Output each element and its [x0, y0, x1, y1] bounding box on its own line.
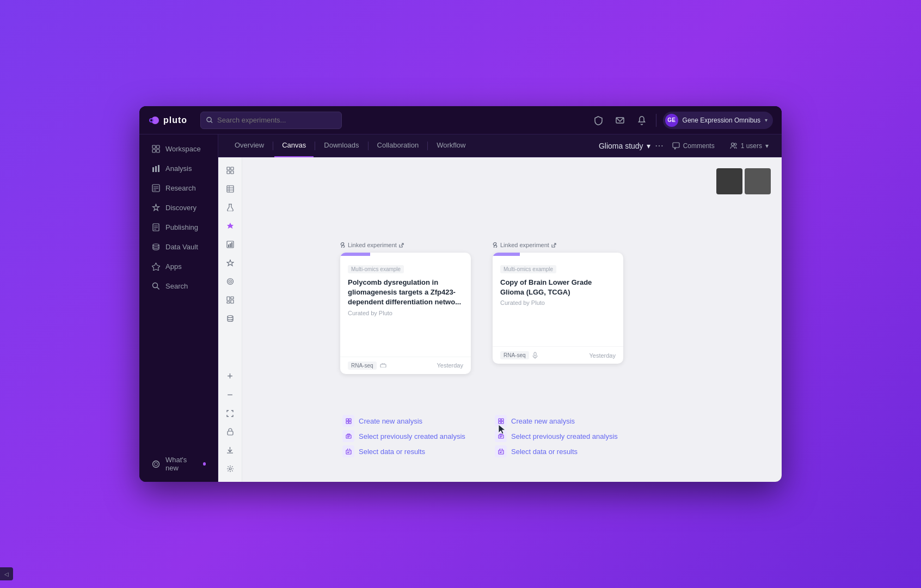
sidebar-item-apps[interactable]: Apps	[143, 257, 214, 275]
search-icon	[206, 117, 213, 124]
sidebar-item-label-publishing: Publishing	[165, 223, 198, 231]
rna-badge-2: RNA-seq	[500, 351, 529, 359]
external-link-icon-1	[399, 243, 404, 248]
sidebar-item-label-apps: Apps	[165, 262, 182, 271]
card-tag-2: Multi-omics example	[500, 265, 556, 273]
external-link-icon-2	[551, 243, 556, 248]
tabs-bar: Overview Canvas Downloads Collaboration …	[218, 134, 782, 157]
tool-database[interactable]	[222, 310, 239, 327]
tab-downloads[interactable]: Downloads	[316, 134, 366, 157]
svg-rect-45	[227, 297, 230, 301]
workspace-icon	[151, 144, 160, 153]
search-input[interactable]	[217, 116, 336, 124]
svg-rect-53	[534, 352, 536, 356]
analysis-icon	[151, 164, 160, 173]
comments-button[interactable]: Comments	[668, 140, 719, 152]
svg-line-4	[211, 121, 212, 123]
select-prev-icon-2	[495, 430, 507, 442]
sidebar-item-whatsnew[interactable]: What's new	[143, 451, 214, 477]
create-new-analysis-2[interactable]: Create new analysis	[495, 413, 618, 428]
select-prev-analysis-1[interactable]: Select previously created analysis	[342, 428, 465, 444]
sidebar-item-label-whatsnew: What's new	[165, 456, 198, 472]
whatsnew-icon	[151, 460, 160, 468]
sidebar-item-search[interactable]: Search	[143, 277, 214, 295]
sidebar-item-label-research: Research	[165, 184, 196, 192]
tool-target[interactable]	[222, 273, 239, 290]
card-footer-1: RNA-seq Yesterday	[340, 357, 471, 374]
study-title[interactable]: Glioma study ▾	[599, 142, 650, 150]
select-data-icon-1	[342, 445, 354, 457]
tool-flask[interactable]	[222, 199, 239, 216]
card-curator-2: Curated by Pluto	[500, 299, 616, 306]
select-prev-analysis-2[interactable]: Select previously created analysis	[495, 428, 618, 444]
svg-point-3	[207, 117, 211, 121]
svg-rect-10	[152, 167, 154, 172]
tool-table[interactable]	[222, 180, 239, 198]
create-new-analysis-1[interactable]: Create new analysis	[342, 413, 465, 428]
header: pluto	[139, 106, 782, 134]
tab-divider-4	[427, 142, 428, 150]
svg-point-21	[153, 244, 159, 246]
card-body-2: Multi-omics example Copy of Brain Lower …	[493, 256, 623, 314]
card-tag-1: Multi-omics example	[348, 265, 404, 273]
svg-point-2	[150, 119, 152, 121]
svg-rect-67	[501, 419, 504, 421]
svg-point-44	[230, 281, 231, 282]
tab-divider-3	[368, 142, 369, 150]
swatch-medium[interactable]	[745, 168, 771, 194]
tool-pin[interactable]	[222, 217, 239, 235]
tab-collaboration[interactable]: Collaboration	[370, 134, 427, 157]
svg-rect-69	[501, 421, 504, 424]
svg-rect-26	[673, 143, 679, 148]
zoom-out-button[interactable]: −	[222, 386, 239, 403]
search-bar[interactable]	[200, 112, 342, 129]
link-icon-2	[493, 242, 498, 248]
tool-grid[interactable]	[222, 162, 239, 179]
tab-canvas[interactable]: Canvas	[274, 134, 314, 157]
zoom-in-button[interactable]: +	[222, 367, 239, 385]
svg-point-49	[228, 316, 233, 318]
sidebar-item-datavault[interactable]: Data Vault	[143, 237, 214, 256]
svg-rect-41	[231, 242, 232, 247]
svg-rect-39	[228, 244, 229, 247]
bell-icon[interactable]	[634, 113, 649, 128]
card-curator-1: Curated by Pluto	[348, 310, 463, 316]
svg-rect-32	[231, 171, 234, 174]
datavault-icon	[151, 242, 160, 251]
linked-exp-label-2: Linked experiment	[493, 242, 623, 248]
download-button[interactable]	[222, 442, 239, 459]
sidebar-item-discovery[interactable]: Discovery	[143, 198, 214, 217]
tool-dashboard[interactable]	[222, 291, 239, 309]
exp-card-2[interactable]: Multi-omics example Copy of Brain Lower …	[493, 253, 623, 364]
sidebar-item-publishing[interactable]: Publishing	[143, 218, 214, 236]
user-name: Gene Expression Omnibus	[683, 117, 760, 124]
logo-icon	[148, 114, 160, 126]
exp-card-1[interactable]: Multi-omics example Polycomb dysregulati…	[340, 253, 471, 374]
sidebar-item-workspace[interactable]: Workspace	[143, 139, 214, 158]
settings-button[interactable]	[222, 460, 239, 477]
select-data-1[interactable]: Select data or results	[342, 444, 465, 459]
create-analysis-icon-1	[342, 415, 354, 427]
tab-workflow[interactable]: Workflow	[429, 134, 473, 157]
canvas-area[interactable]: Linked experiment Multi-omics example Po…	[242, 157, 782, 482]
three-dots-menu[interactable]: ⋯	[650, 138, 668, 153]
svg-point-24	[152, 461, 159, 467]
swatch-dark[interactable]	[716, 168, 742, 194]
mail-icon[interactable]	[612, 113, 628, 128]
user-badge[interactable]: GE Gene Expression Omnibus ▾	[663, 112, 773, 129]
shield-icon[interactable]	[591, 113, 606, 128]
chevron-down-icon: ▾	[765, 117, 768, 123]
users-button[interactable]: 1 users ▾	[726, 140, 773, 152]
fit-screen-button[interactable]	[222, 405, 239, 422]
sidebar: Workspace Analysis	[139, 134, 218, 482]
svg-rect-56	[349, 419, 351, 421]
select-data-2[interactable]: Select data or results	[495, 444, 618, 459]
svg-rect-66	[499, 419, 501, 421]
tab-overview[interactable]: Overview	[227, 134, 272, 157]
lock-button[interactable]	[222, 423, 239, 440]
sidebar-item-research[interactable]: Research	[143, 179, 214, 197]
tool-star[interactable]	[222, 254, 239, 272]
tab-divider-1	[273, 142, 273, 150]
tool-chart[interactable]	[222, 236, 239, 253]
sidebar-item-analysis[interactable]: Analysis	[143, 159, 214, 177]
